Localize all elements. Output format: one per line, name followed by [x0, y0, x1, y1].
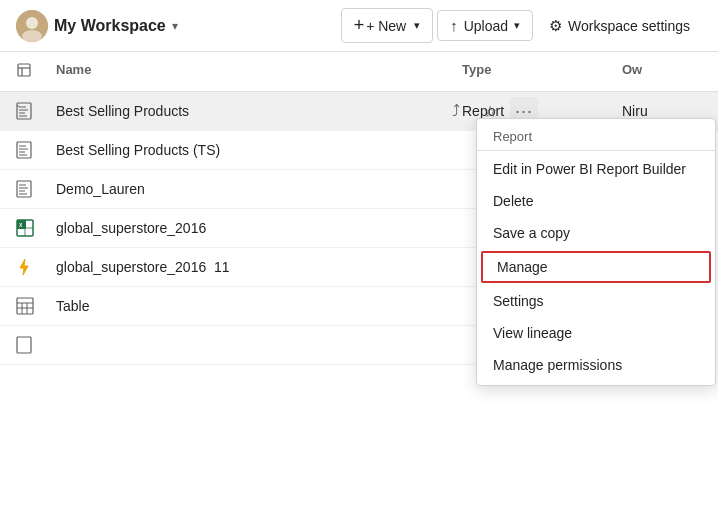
workspace-chevron-icon: ▾ — [172, 19, 178, 33]
row-name: Demo_Lauren — [56, 181, 462, 197]
row-icon — [16, 258, 56, 276]
context-menu: Report Edit in Power BI Report Builder D… — [476, 118, 716, 386]
svg-point-1 — [26, 17, 38, 29]
row-icon: X — [16, 219, 56, 237]
row-icon — [16, 102, 56, 120]
table-header: Name Type Ow — [0, 52, 718, 92]
row-name: Best Selling Products — [56, 103, 462, 119]
workspace-header: My Workspace ▾ — [16, 10, 178, 42]
svg-rect-6 — [17, 103, 31, 119]
svg-rect-12 — [17, 142, 31, 158]
upload-button[interactable]: ↑ Upload ▾ — [437, 10, 533, 41]
col-owner-header: Ow — [622, 62, 702, 81]
row-icon — [16, 336, 56, 354]
row-name: Table — [56, 298, 462, 314]
row-icon — [16, 297, 56, 315]
menu-item-settings[interactable]: Settings — [477, 285, 715, 317]
topbar: My Workspace ▾ + + New ▾ ↑ Upload ▾ ⚙ Wo… — [0, 0, 718, 52]
new-chevron-icon: ▾ — [414, 19, 420, 32]
row-name: global_superstore_2016 — [56, 220, 462, 236]
menu-item-report-label: Report — [477, 123, 715, 148]
avatar — [16, 10, 48, 42]
new-button[interactable]: + + New ▾ — [341, 8, 434, 43]
workspace-settings-button[interactable]: ⚙ Workspace settings — [537, 11, 702, 41]
workspace-settings-label: Workspace settings — [568, 18, 690, 34]
gear-icon: ⚙ — [549, 17, 562, 35]
row-name: global_superstore_2016 11 — [56, 259, 462, 275]
workspace-title: My Workspace — [54, 17, 166, 35]
new-label: + New — [366, 18, 406, 34]
svg-rect-3 — [18, 64, 30, 76]
menu-item-manage-permissions[interactable]: Manage permissions — [477, 349, 715, 381]
upload-icon: ↑ — [450, 17, 458, 34]
menu-item-edit-pbrs[interactable]: Edit in Power BI Report Builder — [477, 153, 715, 185]
col-name-header: Name — [56, 62, 462, 81]
row-owner: Niru — [622, 103, 702, 119]
svg-rect-28 — [17, 298, 33, 314]
menu-item-view-lineage[interactable]: View lineage — [477, 317, 715, 349]
svg-rect-33 — [17, 337, 31, 353]
col-type-header: Type — [462, 62, 622, 81]
row-icon — [16, 180, 56, 198]
row-icon — [16, 141, 56, 159]
plus-icon: + — [354, 15, 365, 36]
share-icon: ⤴ — [452, 102, 460, 120]
menu-item-manage[interactable]: Manage — [481, 251, 711, 283]
menu-item-delete[interactable]: Delete — [477, 185, 715, 217]
svg-marker-27 — [20, 259, 28, 275]
menu-item-save-copy[interactable]: Save a copy — [477, 217, 715, 249]
share-button[interactable]: ⤴ — [442, 97, 470, 125]
svg-point-2 — [22, 30, 42, 42]
col-icon — [16, 62, 56, 81]
row-name: Best Selling Products (TS) — [56, 142, 462, 158]
upload-chevron-icon: ▾ — [514, 19, 520, 32]
toolbar: + + New ▾ ↑ Upload ▾ ⚙ Workspace setting… — [341, 8, 702, 43]
svg-rect-17 — [17, 181, 31, 197]
upload-label: Upload — [464, 18, 508, 34]
